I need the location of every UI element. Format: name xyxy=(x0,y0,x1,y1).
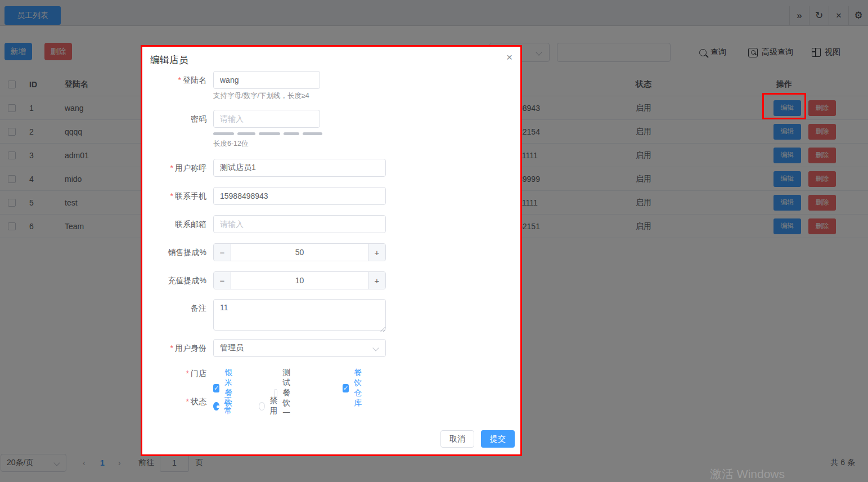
password-strength-bars xyxy=(213,132,322,135)
radio-icon xyxy=(213,402,219,410)
field-label-role: *用户身份 xyxy=(142,339,206,357)
field-label-email: 联系邮箱 xyxy=(142,215,206,233)
sales-commission-stepper: − 50 + xyxy=(213,243,386,261)
status-label: 正常 xyxy=(224,396,235,416)
decrease-button[interactable]: − xyxy=(214,272,231,289)
role-value: 管理员 xyxy=(220,343,244,353)
recharge-commission-stepper: − 10 + xyxy=(213,271,386,289)
field-label-stores: *门店 xyxy=(142,368,206,379)
password-input[interactable] xyxy=(213,110,320,128)
store-label: 餐饮仓库 xyxy=(354,368,364,408)
edit-clerk-dialog: 编辑店员 × *登陆名 支持字母/数字/下划线，长度≥4 密码 长度6-12位 … xyxy=(141,45,522,456)
field-label-login: *登陆名 xyxy=(142,71,206,89)
field-label-sales-commission: 销售提成% xyxy=(142,243,206,261)
dialog-title: 编辑店员 xyxy=(150,53,188,66)
checkbox-icon: ✓ xyxy=(213,384,219,392)
cancel-button[interactable]: 取消 xyxy=(440,430,474,448)
login-input[interactable] xyxy=(213,71,320,89)
field-label-nickname: *用户称呼 xyxy=(142,159,206,177)
email-input[interactable] xyxy=(213,215,386,233)
nickname-input[interactable] xyxy=(213,159,386,177)
field-label-remark: 备注 xyxy=(142,299,206,317)
field-label-recharge-commission: 充值提成% xyxy=(142,271,206,289)
recharge-commission-value[interactable]: 10 xyxy=(231,272,368,289)
field-label-password: 密码 xyxy=(142,110,206,128)
status-label: 禁用 xyxy=(270,396,280,416)
store-label: 测试餐饮一 xyxy=(282,368,295,418)
status-radio-disabled[interactable]: 禁用 xyxy=(259,396,280,416)
chevron-down-icon xyxy=(372,345,379,351)
sales-commission-value[interactable]: 50 xyxy=(231,244,368,261)
radio-icon xyxy=(259,402,265,410)
decrease-button[interactable]: − xyxy=(214,244,231,261)
dialog-close-icon[interactable]: × xyxy=(506,51,512,64)
password-hint: 长度6-12位 xyxy=(213,139,249,149)
login-hint: 支持字母/数字/下划线，长度≥4 xyxy=(213,91,309,101)
store-checkbox-warehouse[interactable]: ✓ 餐饮仓库 xyxy=(343,368,364,408)
field-label-phone: *联系手机 xyxy=(142,187,206,205)
submit-button[interactable]: 提交 xyxy=(481,430,515,448)
remark-textarea[interactable]: 11 xyxy=(213,299,386,331)
checkbox-icon: ✓ xyxy=(343,384,349,392)
role-select[interactable]: 管理员 xyxy=(213,339,386,357)
status-radio-normal[interactable]: 正常 xyxy=(213,396,235,416)
increase-button[interactable]: + xyxy=(368,244,385,261)
phone-input[interactable] xyxy=(213,187,386,205)
increase-button[interactable]: + xyxy=(368,272,385,289)
field-label-status: *状态 xyxy=(142,396,206,407)
